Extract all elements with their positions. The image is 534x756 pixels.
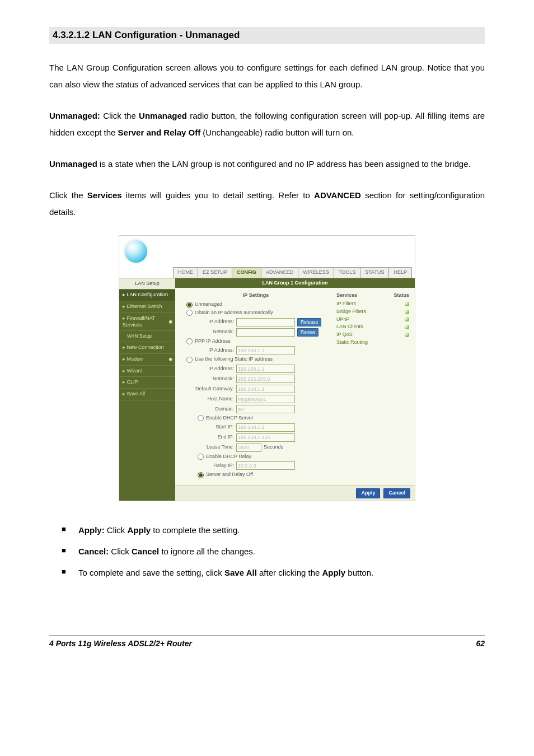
- notes-list: Apply: Click Apply to complete the setti…: [62, 524, 485, 580]
- list-item: To complete and save the setting, click …: [62, 566, 485, 580]
- relay-ip-input[interactable]: [236, 461, 295, 470]
- ip-address-label: IP Address:: [181, 319, 234, 325]
- config-panel: LAN Group 1 Configuration IP Settings Un…: [175, 278, 415, 501]
- router-admin-screenshot: HOME EZ SETUP CONFIG ADVANCED WIRELESS T…: [119, 235, 415, 501]
- gw-label: Default Gateway:: [181, 386, 234, 393]
- service-row-ipqos: IP QoS: [336, 332, 409, 338]
- domain-label: Domain:: [181, 406, 234, 413]
- ip-address-input[interactable]: [236, 318, 295, 326]
- row-static-ip: IP Address:: [181, 365, 331, 373]
- domain-input[interactable]: [236, 405, 295, 413]
- p4-bold2: ADVANCED: [314, 190, 361, 200]
- host-input[interactable]: [236, 395, 295, 403]
- tab-tools[interactable]: TOOLS: [334, 267, 360, 278]
- lease-input[interactable]: [236, 444, 261, 452]
- b1c: Apply: [128, 525, 151, 535]
- start-ip-input[interactable]: [236, 423, 295, 432]
- tab-wireless[interactable]: WIRELESS: [298, 267, 334, 278]
- b2b: Click: [109, 547, 132, 556]
- radio-obtain-auto[interactable]: Obtain an IP address automatically: [186, 310, 331, 316]
- radio-obtain-input[interactable]: [186, 310, 193, 316]
- para-3: Unmanaged is a state when the LAN group …: [49, 156, 485, 172]
- footer-page: 62: [476, 638, 485, 648]
- row-relay-ip: Relay IP:: [181, 461, 331, 470]
- static-ip-input[interactable]: [236, 365, 295, 373]
- radio-unmanaged[interactable]: Unmanaged: [186, 301, 331, 308]
- b3a: To complete and save the setting, click: [78, 568, 224, 577]
- static-nm-input[interactable]: [236, 375, 295, 383]
- service-link[interactable]: LAN Clients: [336, 324, 363, 330]
- tab-ezsetup[interactable]: EZ SETUP: [198, 267, 232, 278]
- sidebar-item-firewall-nat[interactable]: ▸ Firewall/NAT Services: [119, 313, 175, 331]
- brand-logo-icon: [125, 240, 147, 263]
- service-link[interactable]: Bridge Filters: [336, 309, 366, 315]
- para-1: The LAN Group Configuration screen allow…: [49, 59, 485, 93]
- sidebar-heading: LAN Setup: [119, 278, 175, 290]
- sidebar-item-clip[interactable]: ▸ CLIP: [119, 377, 175, 389]
- tab-advanced[interactable]: ADVANCED: [261, 267, 298, 278]
- sidebar-item-wan-setup[interactable]: WAN Setup: [119, 331, 175, 342]
- service-link[interactable]: Static Routing: [336, 339, 368, 346]
- radio-dhcp-relay-input[interactable]: [198, 454, 204, 460]
- service-link[interactable]: IP Filters: [336, 301, 356, 307]
- release-button[interactable]: Release: [297, 318, 321, 326]
- lease-unit: Seconds: [264, 444, 283, 451]
- sidebar-item-ethernet-switch[interactable]: ▸ Ethernet Switch: [119, 301, 175, 313]
- ppp-ip-label: IP Address:: [181, 347, 234, 354]
- row-ppp-ip: IP Address:: [181, 346, 331, 354]
- tab-config[interactable]: CONFIG: [232, 267, 261, 278]
- status-led-icon: [405, 317, 409, 321]
- renew-button[interactable]: Renew: [297, 328, 318, 337]
- end-ip-label: End IP:: [181, 434, 234, 441]
- sidebar-item-new-connection[interactable]: ▸ New Connection: [119, 342, 175, 354]
- status-led-icon: [405, 310, 409, 314]
- p3-t1: is a state when the LAN group is not con…: [97, 159, 471, 169]
- radio-dhcp-server[interactable]: Enable DHCP Server: [198, 415, 331, 422]
- row-lease-time: Lease Time: Seconds: [181, 444, 331, 452]
- service-link[interactable]: IP QoS: [336, 332, 353, 338]
- radio-sro-input[interactable]: [198, 472, 204, 478]
- sidebar-item-save-all[interactable]: ▸ Save All: [119, 389, 175, 400]
- page-footer: 4 Ports 11g Wireless ADSL2/2+ Router 62: [49, 636, 485, 648]
- radio-label: Enable DHCP Server: [206, 415, 254, 422]
- service-row-upnp: UPnP: [336, 316, 409, 323]
- radio-static-input[interactable]: [186, 357, 193, 363]
- radio-dhcp-relay[interactable]: Enable DHCP Relay: [198, 454, 331, 460]
- end-ip-input[interactable]: [236, 433, 295, 442]
- apply-button[interactable]: Apply: [356, 488, 380, 498]
- radio-ppp-ip[interactable]: PPP IP Address: [186, 338, 331, 345]
- sidebar-item-label: LAN Configuration: [127, 292, 168, 297]
- p2-t3: (Unchangeable) radio button will turn on…: [200, 128, 354, 137]
- tab-help[interactable]: HELP: [388, 267, 412, 278]
- gw-input[interactable]: [236, 385, 295, 393]
- b3e: button.: [345, 568, 373, 577]
- radio-unmanaged-input[interactable]: [186, 302, 193, 308]
- host-label: Host Name:: [181, 396, 234, 403]
- service-row-staticrouting: Static Routing: [336, 339, 409, 346]
- radio-dhcp-server-input[interactable]: [198, 415, 204, 421]
- service-row-lanclients: LAN Clients: [336, 324, 409, 330]
- services-title: Services: [336, 292, 357, 299]
- radio-ppp-input[interactable]: [186, 338, 193, 344]
- tab-home[interactable]: HOME: [173, 267, 198, 278]
- cancel-button[interactable]: Cancel: [383, 488, 410, 498]
- radio-label: Obtain an IP address automatically: [195, 310, 273, 316]
- netmask-input[interactable]: [236, 328, 295, 337]
- sidebar-item-lan-configuration[interactable]: ▸ LAN Configuration: [119, 290, 175, 301]
- row-default-gateway: Default Gateway:: [181, 385, 331, 393]
- tab-status[interactable]: STATUS: [360, 267, 388, 278]
- radio-static-ip[interactable]: Use the following Static IP address: [186, 356, 331, 363]
- service-link[interactable]: UPnP: [336, 316, 350, 323]
- radio-server-relay-off[interactable]: Server and Relay Off: [198, 472, 331, 478]
- status-dot-icon: [169, 358, 172, 361]
- p2-bold2: Unmanaged: [139, 111, 187, 120]
- sidebar-item-wizard[interactable]: ▸ Wizard: [119, 366, 175, 377]
- sidebar-item-modem[interactable]: ▸ Modem: [119, 354, 175, 366]
- radio-label: PPP IP Address: [195, 338, 231, 345]
- section-heading: 4.3.2.1.2 LAN Configuration - Unmanaged: [49, 27, 485, 44]
- radio-label: Server and Relay Off: [206, 472, 253, 478]
- sidebar-item-label: CLIP: [127, 379, 138, 385]
- status-led-icon: [405, 325, 409, 329]
- lease-label: Lease Time:: [181, 444, 234, 451]
- ppp-ip-input[interactable]: [236, 346, 295, 354]
